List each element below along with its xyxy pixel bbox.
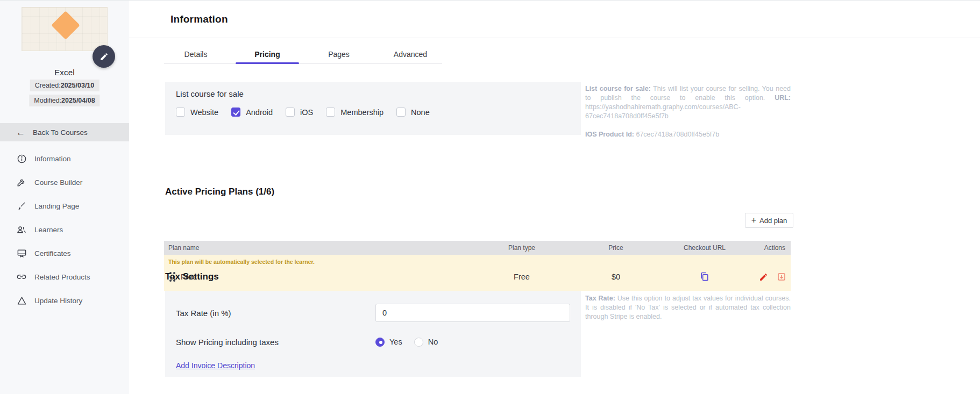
sidebar-item-course-builder[interactable]: Course Builder [0,170,129,194]
tab-bar: Details Pricing Pages Advanced [164,46,442,64]
sidebar-item-certificates[interactable]: Certificates [0,241,129,265]
archive-icon [777,272,786,282]
column-actions: Actions [745,244,791,252]
sale-panel: List course for sale Website Android [165,82,581,135]
edit-pencil-icon [759,273,768,282]
thumbnail-diamond-shape [51,11,80,40]
sale-section: List course for sale Website Android [165,82,791,139]
pricing-plans-table: Plan name Plan type Price Checkout URL A… [164,241,791,291]
copy-icon [699,271,710,282]
certificate-icon [16,248,27,259]
checkbox-membership[interactable]: Membership [326,108,384,117]
radio-no[interactable]: No [414,338,438,347]
sidebar-item-update-history[interactable]: Update History [0,289,129,312]
add-invoice-description-link[interactable]: Add Invoice Description [176,361,255,370]
checkbox-none[interactable]: None [396,108,430,117]
tab-details[interactable]: Details [164,46,228,63]
archive-plan-button[interactable] [777,272,786,282]
actions-cell [745,272,791,282]
course-title: Excel [0,68,129,77]
radio-unselected-icon [414,338,423,347]
checkbox-ios[interactable]: iOS [286,108,313,117]
plus-icon: + [751,216,756,225]
tax-rate-label: Tax Rate (in %) [176,309,375,318]
ios-product-id: IOS Product Id: 67cec7418a708d0ff45e5f7b [585,130,791,139]
edit-plan-button[interactable] [759,273,768,282]
sidebar-item-landing-page[interactable]: Landing Page [0,194,129,218]
column-price: Price [567,244,664,252]
main-content: Details Pricing Pages Advanced List cour… [129,38,980,394]
brush-icon [16,200,27,211]
tax-settings-heading: Tax Settings [165,271,219,282]
info-icon [16,153,27,164]
column-checkout-url: Checkout URL [664,244,745,252]
checkout-url-cell [664,271,745,282]
tax-rate-row: Tax Rate (in %) [176,298,570,328]
sale-title: List course for sale [176,89,570,98]
sidebar-item-information[interactable]: Information [0,147,129,170]
pencil-icon [100,52,109,61]
tax-rate-input[interactable] [375,304,570,322]
back-to-courses-button[interactable]: ← Back To Courses [0,123,129,141]
sidebar-item-related-products[interactable]: Related Products [0,265,129,289]
checkbox-box-icon [396,108,406,117]
edit-course-button[interactable] [93,45,115,68]
wrench-icon [16,177,27,188]
plan-price-cell: $0 [567,273,664,281]
auto-select-note: This plan will be automatically selected… [164,259,791,265]
plan-row-free: Free Free $0 [164,271,791,282]
tab-advanced[interactable]: Advanced [379,46,442,63]
warning-triangle-icon [16,295,27,306]
sale-options: Website Android iOS Membership [176,108,570,117]
sidebar-item-learners[interactable]: Learners [0,218,129,241]
column-plan-type: Plan type [476,244,567,252]
tax-help-paragraph: Tax Rate: Use this option to adjust tax … [585,294,791,321]
plan-type-cell: Free [476,273,567,281]
checkbox-android[interactable]: Android [231,108,273,117]
page: Excel Created:2025/03/10 Modified:2025/0… [0,0,980,394]
pricing-plans-heading: Active Pricing Plans (1/6) [165,187,274,197]
column-plan-name: Plan name [164,244,476,252]
add-plan-button[interactable]: + Add plan [745,213,793,228]
tax-help-text: Tax Rate: Use this option to adjust tax … [585,291,791,321]
copy-checkout-url-button[interactable] [699,271,710,282]
sidebar-nav: Information Course Builder Landing Page … [0,147,129,312]
radio-selected-icon [375,338,385,347]
course-url: https://yashodhahiremath.graphy.com/cour… [585,103,741,120]
sale-help-text: List course for sale: This will list you… [585,82,791,139]
checkbox-box-icon [326,108,335,117]
show-pricing-label: Show Pricing including taxes [176,338,375,347]
tab-pricing[interactable]: Pricing [236,46,299,63]
table-row: This plan will be automatically selected… [164,255,791,291]
tax-section: Tax Rate (in %) Show Pricing including t… [165,291,791,377]
created-badge: Created:2025/03/10 [30,80,100,91]
page-title: Information [171,13,228,25]
checkbox-box-icon [176,108,185,117]
table-header-row: Plan name Plan type Price Checkout URL A… [164,241,791,255]
main-header: Information [129,1,980,38]
course-thumbnail [22,7,108,51]
modified-badge: Modified:2025/04/08 [29,95,100,106]
sale-help-paragraph: List course for sale: This will list you… [585,84,791,121]
arrow-left-icon: ← [16,128,25,137]
sidebar: Excel Created:2025/03/10 Modified:2025/0… [0,1,129,394]
radio-yes[interactable]: Yes [375,338,402,347]
tax-panel: Tax Rate (in %) Show Pricing including t… [165,291,581,377]
people-icon [16,224,27,235]
checkbox-website[interactable]: Website [176,108,218,117]
show-pricing-row: Show Pricing including taxes Yes No [176,331,570,353]
checkbox-checked-icon [231,108,240,117]
link-icon [16,271,27,282]
show-pricing-radio-group: Yes No [375,338,570,347]
main-area: Information Details Pricing Pages Advanc… [129,1,980,394]
checkbox-box-icon [286,108,295,117]
tab-pages[interactable]: Pages [307,46,371,63]
